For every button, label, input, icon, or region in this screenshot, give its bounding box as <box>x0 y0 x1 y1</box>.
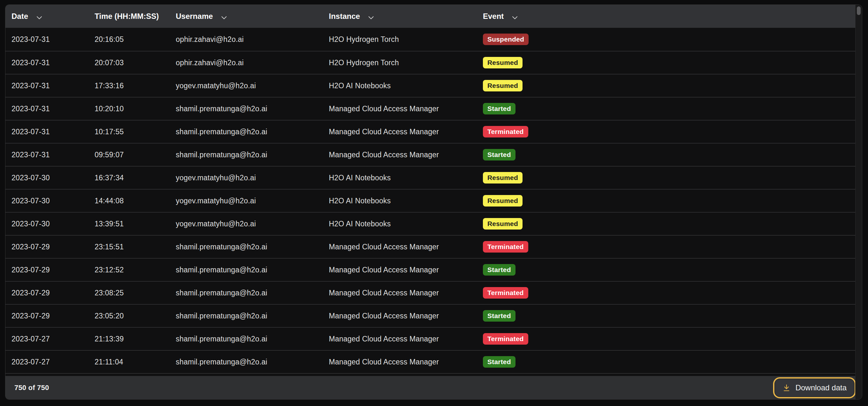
chevron-down-icon[interactable] <box>512 12 518 22</box>
column-header-instance[interactable]: Instance <box>329 11 483 22</box>
cell-username: shamil.prematunga@h2o.ai <box>176 151 329 159</box>
cell-date: 2023-07-31 <box>11 128 95 136</box>
event-badge: Started <box>483 103 516 115</box>
event-badge: Resumed <box>483 80 523 91</box>
cell-event: Started <box>483 310 855 322</box>
cell-time: 17:33:16 <box>95 82 176 90</box>
event-badge: Terminated <box>483 241 528 253</box>
cell-time: 16:37:34 <box>95 174 176 182</box>
cell-instance: Managed Cloud Access Manager <box>329 151 483 159</box>
column-header-event[interactable]: Event <box>483 11 855 22</box>
chevron-down-icon[interactable] <box>368 12 374 22</box>
column-header-username[interactable]: Username <box>176 11 329 22</box>
cell-event: Resumed <box>483 218 855 229</box>
table-row: 2023-07-3016:37:34yogev.matatyhu@h2o.aiH… <box>5 166 855 189</box>
event-badge: Resumed <box>483 172 523 184</box>
table-row: 2023-07-2923:15:51shamil.prematunga@h2o.… <box>5 235 855 258</box>
cell-date: 2023-07-27 <box>11 335 95 343</box>
table-row: 2023-07-3109:59:07shamil.prematunga@h2o.… <box>5 143 855 166</box>
table-header: Date Time (HH:MM:SS) Username Instance E… <box>5 5 855 28</box>
cell-time: 10:20:10 <box>95 104 176 113</box>
cell-date: 2023-07-30 <box>11 174 95 182</box>
table-body: 2023-07-3120:16:05ophir.zahavi@h2o.aiH2O… <box>5 28 855 376</box>
cell-username: yogev.matatyhu@h2o.ai <box>176 82 329 90</box>
cell-date: 2023-07-29 <box>11 312 95 320</box>
cell-date: 2023-07-31 <box>11 151 95 159</box>
table-row: 2023-07-3120:07:03ophir.zahavi@h2o.aiH2O… <box>5 51 855 74</box>
cell-event: Started <box>483 149 855 160</box>
column-label: Username <box>176 12 213 21</box>
cell-instance: Managed Cloud Access Manager <box>329 289 483 297</box>
cell-date: 2023-07-30 <box>11 220 95 228</box>
column-header-date[interactable]: Date <box>11 11 95 22</box>
event-badge: Resumed <box>483 57 523 68</box>
cell-event: Terminated <box>483 287 855 299</box>
table-footer: 750 of 750 Download data <box>5 376 862 399</box>
cell-date: 2023-07-29 <box>11 243 95 251</box>
cell-username: shamil.prematunga@h2o.ai <box>176 243 329 251</box>
cell-date: 2023-07-31 <box>11 35 95 44</box>
table-row: 2023-07-2923:12:52shamil.prematunga@h2o.… <box>5 258 855 281</box>
table-row: 2023-07-3117:33:16yogev.matatyhu@h2o.aiH… <box>5 74 855 97</box>
event-badge: Started <box>483 149 516 160</box>
cell-date: 2023-07-31 <box>11 104 95 113</box>
table-row: 2023-07-3014:44:08yogev.matatyhu@h2o.aiH… <box>5 189 855 212</box>
cell-instance: H2O AI Notebooks <box>329 220 483 228</box>
column-label: Time (HH:MM:SS) <box>95 12 159 21</box>
cell-time: 23:05:20 <box>95 312 176 320</box>
cell-time: 21:11:04 <box>95 358 176 366</box>
cell-event: Resumed <box>483 195 855 207</box>
cell-event: Resumed <box>483 57 855 68</box>
cell-event: Suspended <box>483 34 855 45</box>
event-badge: Started <box>483 264 516 276</box>
cell-date: 2023-07-29 <box>11 289 95 297</box>
column-header-time: Time (HH:MM:SS) <box>95 12 176 21</box>
cell-time: 14:44:08 <box>95 197 176 205</box>
cell-instance: Managed Cloud Access Manager <box>329 358 483 366</box>
cell-time: 23:12:52 <box>95 266 176 274</box>
cell-username: ophir.zahavi@h2o.ai <box>176 59 329 67</box>
event-badge: Started <box>483 356 516 368</box>
chevron-down-icon[interactable] <box>221 12 227 22</box>
cell-date: 2023-07-31 <box>11 82 95 90</box>
cell-instance: Managed Cloud Access Manager <box>329 104 483 113</box>
cell-time: 20:16:05 <box>95 35 176 44</box>
cell-instance: Managed Cloud Access Manager <box>329 243 483 251</box>
cell-date: 2023-07-29 <box>11 266 95 274</box>
cell-instance: Managed Cloud Access Manager <box>329 312 483 320</box>
event-badge: Started <box>483 310 516 322</box>
cell-date: 2023-07-30 <box>11 197 95 205</box>
download-icon <box>782 384 790 392</box>
table-row: 2023-07-3013:39:51yogev.matatyhu@h2o.aiH… <box>5 212 855 235</box>
cell-instance: H2O AI Notebooks <box>329 82 483 90</box>
cell-event: Resumed <box>483 80 855 91</box>
cell-event: Started <box>483 356 855 368</box>
column-label: Instance <box>329 12 360 21</box>
cell-time: 20:07:03 <box>95 59 176 67</box>
cell-time: 10:17:55 <box>95 128 176 136</box>
table-row: 2023-07-2923:05:20shamil.prematunga@h2o.… <box>5 304 855 327</box>
chevron-down-icon[interactable] <box>36 12 42 22</box>
cell-username: shamil.prematunga@h2o.ai <box>176 104 329 113</box>
cell-date: 2023-07-27 <box>11 358 95 366</box>
cell-event: Started <box>483 103 855 115</box>
cell-time: 23:15:51 <box>95 243 176 251</box>
cell-username: shamil.prematunga@h2o.ai <box>176 289 329 297</box>
cell-username: shamil.prematunga@h2o.ai <box>176 335 329 343</box>
download-data-button[interactable]: Download data <box>775 379 854 396</box>
cell-event: Terminated <box>483 333 855 345</box>
cell-instance: Managed Cloud Access Manager <box>329 266 483 274</box>
row-count: 750 of 750 <box>14 384 49 392</box>
vertical-scrollbar-track[interactable] <box>855 5 862 399</box>
cell-instance: H2O Hydrogen Torch <box>329 59 483 67</box>
cell-instance: Managed Cloud Access Manager <box>329 128 483 136</box>
table-row: 2023-07-2923:08:25shamil.prematunga@h2o.… <box>5 281 855 304</box>
cell-date: 2023-07-31 <box>11 59 95 67</box>
cell-username: shamil.prematunga@h2o.ai <box>176 358 329 366</box>
cell-event: Terminated <box>483 241 855 253</box>
cell-username: yogev.matatyhu@h2o.ai <box>176 197 329 205</box>
cell-event: Started <box>483 264 855 276</box>
scrollbar-thumb[interactable] <box>857 6 861 15</box>
table-row: 2023-07-3120:16:05ophir.zahavi@h2o.aiH2O… <box>5 28 855 51</box>
cell-username: yogev.matatyhu@h2o.ai <box>176 220 329 228</box>
